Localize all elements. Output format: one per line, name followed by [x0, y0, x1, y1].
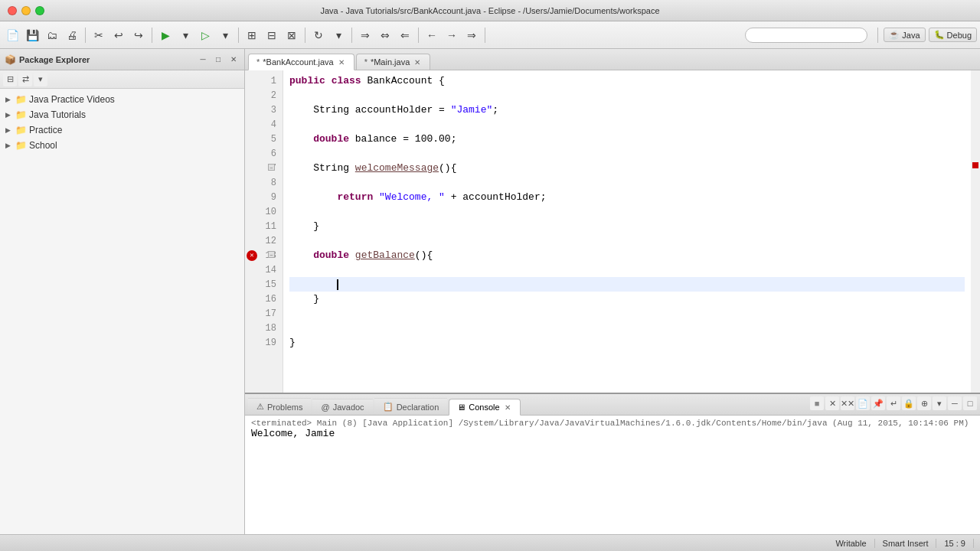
- tab-console[interactable]: 🖥 Console ✕: [449, 399, 520, 416]
- debug-icon: 🐛: [934, 30, 945, 40]
- tab-javadoc[interactable]: @ Javadoc: [312, 399, 372, 415]
- next-annotation-button[interactable]: ⊠: [283, 26, 301, 44]
- java-perspective-btn[interactable]: ☕ Java: [884, 28, 925, 42]
- save-button[interactable]: 💾: [23, 26, 41, 44]
- text-cursor: [337, 279, 338, 290]
- line-num-5: 5: [245, 132, 283, 146]
- tab-close-button[interactable]: ✕: [413, 57, 422, 67]
- minimize-button[interactable]: [21, 6, 31, 15]
- open-decl-button[interactable]: ⇐: [396, 26, 414, 44]
- tree-item-java-practice-videos[interactable]: ▶ 📁 Java Practice Videos: [0, 92, 244, 107]
- cut-button[interactable]: ✂: [90, 26, 108, 44]
- view-menu-button[interactable]: ▾: [34, 73, 47, 86]
- editor-main: 1 2 3 4 5 6 7– 8 9 10 11 12 ✕ 1: [245, 70, 980, 534]
- cursor-position: 15 : 9: [936, 539, 974, 548]
- collapse-all-button[interactable]: ⊟: [3, 73, 17, 86]
- open-file-button[interactable]: 📄: [856, 396, 870, 410]
- code-content[interactable]: public class BankAccount { String accoun…: [283, 70, 971, 393]
- maximize-panel-button[interactable]: □: [212, 54, 224, 66]
- tab-console-close[interactable]: ✕: [503, 403, 512, 412]
- code-line-4: [289, 117, 965, 132]
- minimize-panel-button[interactable]: ─: [197, 54, 209, 66]
- remove-terminated-button[interactable]: ✕✕: [841, 396, 854, 410]
- code-line-12: [289, 233, 965, 248]
- console-terminated-text: <terminated> Main (8) [Java Application]…: [251, 419, 974, 428]
- tab-declaration[interactable]: 📋 Declaration: [374, 398, 448, 415]
- line-num-6: 6: [245, 146, 283, 161]
- tree-item-school[interactable]: ▶ 📁 School: [0, 138, 244, 153]
- error-gutter-marker: [972, 162, 978, 168]
- line-num-8: 8: [245, 175, 283, 190]
- toolbar-sep-2: [152, 28, 152, 43]
- folder-icon: 📁: [15, 109, 27, 121]
- next-edit-button[interactable]: ↪: [129, 26, 148, 44]
- new-button[interactable]: 📄: [3, 26, 21, 44]
- line-num-16: 16: [245, 292, 283, 306]
- line-num-2: 2: [245, 88, 283, 103]
- open-resource-button[interactable]: ⊟: [263, 26, 281, 44]
- console-toolbar: ■ ✕ ✕✕ 📄 📌 ↵ 🔒 ⊕ ▾ ─ □: [810, 396, 977, 410]
- refresh-button[interactable]: ↻: [309, 26, 328, 44]
- maximize-console-button[interactable]: □: [963, 396, 977, 410]
- window-controls[interactable]: [8, 6, 44, 15]
- line-num-4: 4: [245, 117, 283, 132]
- debug-button[interactable]: ▷: [196, 26, 214, 44]
- stop-console-button[interactable]: ■: [810, 396, 824, 410]
- scroll-lock-button[interactable]: 🔒: [902, 396, 916, 410]
- debug-perspective-btn[interactable]: 🐛 Debug: [929, 28, 977, 42]
- tab-problems[interactable]: ⚠ Problems: [248, 398, 311, 415]
- open-type-button[interactable]: ⊞: [243, 26, 261, 44]
- line-numbers: 1 2 3 4 5 6 7– 8 9 10 11 12 ✕ 1: [245, 70, 283, 393]
- writable-status: Writable: [828, 539, 874, 548]
- organize-imports-button[interactable]: ⇒: [356, 26, 374, 44]
- toolbar-sep-7: [485, 28, 485, 43]
- new-console-button[interactable]: ⊕: [917, 396, 931, 410]
- print-button[interactable]: 🖨: [63, 26, 81, 44]
- link-editor-button[interactable]: ⇄: [18, 73, 32, 86]
- tab-label: *BankAccount.java: [263, 57, 333, 67]
- tab-main[interactable]: * *Main.java ✕: [356, 54, 431, 70]
- code-line-6: [289, 146, 965, 161]
- close-button[interactable]: [8, 6, 17, 15]
- line-num-19: 19: [245, 335, 283, 350]
- console-content: <terminated> Main (8) [Java Application]…: [245, 416, 980, 534]
- run-button[interactable]: ▶: [156, 26, 175, 44]
- code-line-7: String welcomeMessage(){: [289, 161, 965, 175]
- refresh-dropdown[interactable]: ▾: [329, 26, 348, 44]
- code-editor[interactable]: 1 2 3 4 5 6 7– 8 9 10 11 12 ✕ 1: [245, 70, 980, 393]
- word-wrap-button[interactable]: ↵: [887, 396, 900, 410]
- minimize-console-button[interactable]: ─: [948, 396, 962, 410]
- tree-label: Practice: [29, 125, 62, 135]
- tab-close-button[interactable]: ✕: [337, 57, 346, 67]
- code-line-1: public class BankAccount {: [289, 73, 965, 88]
- line-num-11: 11: [245, 219, 283, 233]
- next-button[interactable]: →: [443, 26, 461, 44]
- console-dropdown[interactable]: ▾: [933, 396, 946, 410]
- pin-console-button[interactable]: 📌: [871, 396, 885, 410]
- format-button[interactable]: ⇔: [376, 26, 394, 44]
- line-num-3: 3: [245, 103, 283, 117]
- tree-item-java-tutorials[interactable]: ▶ 📁 Java Tutorials: [0, 107, 244, 122]
- console-panel: ⚠ Problems @ Javadoc 📋 Declaration 🖥 Con…: [245, 393, 980, 534]
- maximize-button[interactable]: [35, 6, 44, 15]
- save-all-button[interactable]: 🗂: [43, 26, 61, 44]
- window-title: Java - Java Tutorials/src/BankAccount.ja…: [320, 6, 659, 15]
- tree-item-practice[interactable]: ▶ 📁 Practice: [0, 122, 244, 138]
- code-line-15: [289, 277, 965, 292]
- close-panel-button[interactable]: ✕: [227, 54, 240, 66]
- tab-bankaccount[interactable]: * *BankAccount.java ✕: [248, 54, 354, 70]
- debug-dropdown[interactable]: ▾: [216, 26, 234, 44]
- prev-edit-button[interactable]: ↩: [109, 26, 128, 44]
- close-console-button[interactable]: ✕: [825, 396, 839, 410]
- code-line-9: return "Welcome, " + accountHolder;: [289, 190, 965, 204]
- line-num-15: 15: [245, 277, 283, 292]
- search-input[interactable]: [745, 28, 867, 43]
- panel-toolbar: ⊟ ⇄ ▾: [0, 70, 244, 89]
- prev-button[interactable]: ←: [423, 26, 441, 44]
- panel-header: 📦 Package Explorer ─ □ ✕: [0, 49, 244, 70]
- line-num-18: 18: [245, 321, 283, 335]
- right-panel: * *BankAccount.java ✕ * *Main.java ✕ 1 2…: [245, 49, 980, 534]
- run-dropdown[interactable]: ▾: [176, 26, 194, 44]
- java-icon: ☕: [889, 30, 900, 40]
- forward-button[interactable]: ⇒: [462, 26, 481, 44]
